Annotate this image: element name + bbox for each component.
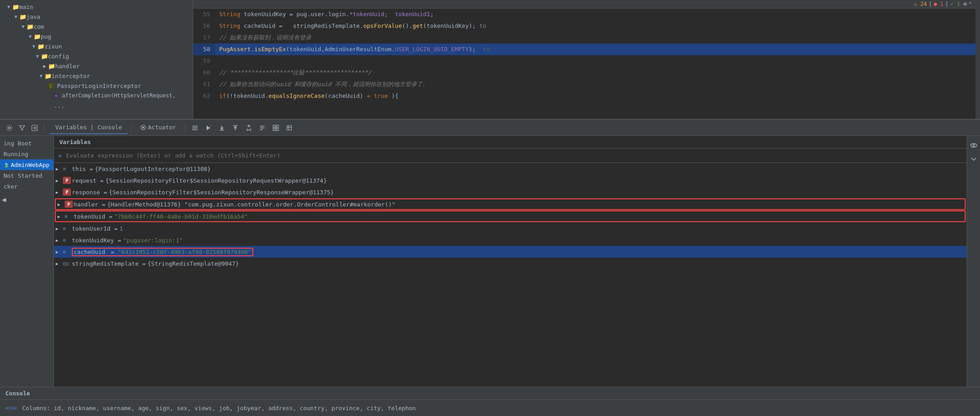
chevron-down-icon: ▼ xyxy=(32,44,35,49)
filter-icon-btn[interactable] xyxy=(16,122,28,134)
expand-icon[interactable]: ▶ xyxy=(57,214,65,219)
code-line-60: 60 // ******************比较**************… xyxy=(193,67,976,79)
folder-icon: 📁 xyxy=(12,4,19,10)
step-out-btn[interactable] xyxy=(230,122,241,134)
collapse-btn[interactable]: ◀ xyxy=(2,195,6,204)
restore-icon-btn[interactable] xyxy=(29,122,40,134)
sidebar-item-running[interactable]: Running xyxy=(0,149,53,159)
svg-point-9 xyxy=(973,145,975,146)
app-icon: 🍃 xyxy=(4,162,9,167)
debug-tabs: Variables | Console | Actuator xyxy=(50,120,181,136)
class-icon: C xyxy=(49,83,53,89)
svg-rect-4 xyxy=(273,125,275,127)
debug-icon-bar xyxy=(4,122,40,134)
var-row-request[interactable]: ▶ P request = {SessionRepositoryFilter$S… xyxy=(54,175,967,186)
svg-rect-5 xyxy=(276,125,278,127)
folder-icon: 📁 xyxy=(41,53,48,60)
var-row-response[interactable]: ▶ P response = {SessionRepositoryFilter$… xyxy=(54,186,967,198)
restore-layout-btn[interactable] xyxy=(270,122,282,134)
console-content: <== Columns: id, nickname, username, age… xyxy=(0,400,980,416)
evaluate-expression-input[interactable] xyxy=(66,152,963,159)
tree-item-com[interactable]: ▼ 📁 com xyxy=(0,22,193,31)
sidebar-item-spring-boot[interactable]: ing Boot xyxy=(0,138,53,149)
folder-icon: 📁 xyxy=(19,13,26,20)
toggle-collapse-btn[interactable] xyxy=(968,153,980,165)
show-all-btn[interactable] xyxy=(189,122,201,134)
tree-item-interceptor[interactable]: ▼ 📁 interceptor xyxy=(0,71,193,81)
tree-item-main[interactable]: ▼ 📁 main xyxy=(0,2,193,12)
var-type-icon-handler: P xyxy=(65,201,73,208)
var-row-stringRedisTemplate[interactable]: ▶ ○○ stringRedisTemplate = {StringRedisT… xyxy=(54,258,967,269)
svg-point-8 xyxy=(971,144,977,147)
chevron-down-icon: ▼ xyxy=(36,53,39,59)
tree-item-pug[interactable]: ▼ 📁 pug xyxy=(0,31,193,41)
folder-icon: 📁 xyxy=(34,33,41,40)
chevron-down-icon: ▼ xyxy=(7,4,10,10)
code-view: ⚠ 24 | ● 1 | ✓ 1 ⊞ ⌃ 55 String tokenUuid… xyxy=(193,0,976,119)
expand-icon[interactable]: ▶ xyxy=(57,202,65,207)
var-type-icon-tokenUuidKey: ≡ xyxy=(63,237,71,243)
expand-icon[interactable]: ▶ xyxy=(56,261,63,266)
var-row-cacheUuid[interactable]: ▶ ≡ cacheUuid = "642c1052-c20f-4963-af9d… xyxy=(54,246,967,258)
expand-icon[interactable]: ▶ xyxy=(56,190,63,195)
tree-item-config[interactable]: ▼ 📁 config xyxy=(0,51,193,61)
svg-rect-6 xyxy=(273,128,275,131)
evaluate-btn[interactable] xyxy=(256,122,268,134)
step-over-btn[interactable] xyxy=(203,122,214,134)
var-row-tokenUuidKey[interactable]: ▶ ≡ tokenUuidKey = "puguser:login:1" xyxy=(54,234,967,246)
tree-item-handler[interactable]: ▶ 📁 handler xyxy=(0,61,193,71)
tree-item-more[interactable]: ... xyxy=(0,101,193,110)
tree-item-zixun[interactable]: ▼ 📁 zixun xyxy=(0,41,193,51)
var-type-icon-response: P xyxy=(63,188,71,196)
file-tree: ▼ 📁 main ▼ 📁 java ▼ 📁 com ▼ 📁 pug ▼ xyxy=(0,0,193,119)
expand-icon-expanded[interactable]: ▶ xyxy=(56,250,63,254)
method-icon: m xyxy=(54,93,58,98)
folder-icon: 📁 xyxy=(26,23,34,30)
var-row-this[interactable]: ▶ ≡ this = {PassportLogoutInterceptor@11… xyxy=(54,163,967,175)
expand-icon[interactable]: ⊞ xyxy=(964,1,967,7)
scrollbar-right[interactable] xyxy=(976,0,980,119)
code-line-62: 62 if(!tokenUuid.equalsIgnoreCase(cacheU… xyxy=(193,90,976,102)
check-count: ✓ 1 xyxy=(950,1,960,7)
console-area: Console <== Columns: id, nickname, usern… xyxy=(0,387,980,416)
code-line-56: 56 String cacheUuid = stringRedisTemplat… xyxy=(193,20,976,32)
dump-threads-btn[interactable] xyxy=(283,122,295,134)
debug-sidebar: ing Boot Running 🍃 AdminWebApp Not Start… xyxy=(0,136,54,387)
tab-variables-console[interactable]: Variables | Console xyxy=(50,122,128,134)
expand-icon[interactable]: ▶ xyxy=(56,226,63,231)
svg-point-3 xyxy=(142,127,144,128)
sidebar-item-admin-webapp[interactable]: 🍃 AdminWebApp xyxy=(0,159,53,170)
var-type-icon-stringRedisTemplate: ○○ xyxy=(63,261,71,267)
console-arrow: <== xyxy=(5,404,17,412)
error-count: ● 1 xyxy=(934,1,944,7)
tab-actuator[interactable]: Actuator xyxy=(135,122,182,134)
sidebar-item-not-started[interactable]: Not Started xyxy=(0,170,53,181)
expand-icon[interactable]: ▶ xyxy=(56,178,63,183)
debug-content: ing Boot Running 🍃 AdminWebApp Not Start… xyxy=(0,136,980,387)
evaluate-input-bar: + xyxy=(54,149,967,163)
sidebar-item-docker[interactable]: cker xyxy=(0,181,53,192)
var-row-handler[interactable]: ▶ P handler = {HandlerMethod@11376} "com… xyxy=(55,198,966,210)
var-row-tokenUuid[interactable]: ▶ ≡ tokenUuid = "7bb0c44f-ff40-4a8e-b01d… xyxy=(55,210,966,222)
right-panel-controls xyxy=(967,136,980,387)
run-to-cursor-btn[interactable] xyxy=(243,122,255,134)
expand-icon[interactable]: ▶ xyxy=(56,166,63,171)
add-watch-btn[interactable]: + xyxy=(57,151,62,160)
var-row-tokenUserId[interactable]: ▶ ≡ tokenUserId = 1 xyxy=(54,223,967,234)
settings-icon-btn[interactable] xyxy=(4,122,15,134)
debug-toolbar: Variables | Console | Actuator xyxy=(0,120,980,136)
scroll-icon[interactable]: ⌃ xyxy=(969,1,972,7)
step-into-btn[interactable] xyxy=(216,122,228,134)
var-type-icon-this: ≡ xyxy=(63,166,71,172)
tree-item-java[interactable]: ▼ 📁 java xyxy=(0,12,193,22)
console-text: Columns: id, nickname, username, age, si… xyxy=(22,405,416,412)
tree-item-after-completion[interactable]: m afterCompletion(HttpServletRequest, xyxy=(0,91,193,101)
tree-item-passport-login[interactable]: C PassportLoginInterceptor xyxy=(0,81,193,91)
toggle-eye-btn[interactable] xyxy=(968,140,980,151)
console-header: Console xyxy=(0,387,980,400)
folder-icon: 📁 xyxy=(37,43,44,50)
chevron-down-icon: ▼ xyxy=(22,24,25,30)
expand-icon[interactable]: ▶ xyxy=(56,238,63,243)
variables-header: Variables xyxy=(54,136,967,149)
chevron-right-icon: ▶ xyxy=(43,63,46,69)
